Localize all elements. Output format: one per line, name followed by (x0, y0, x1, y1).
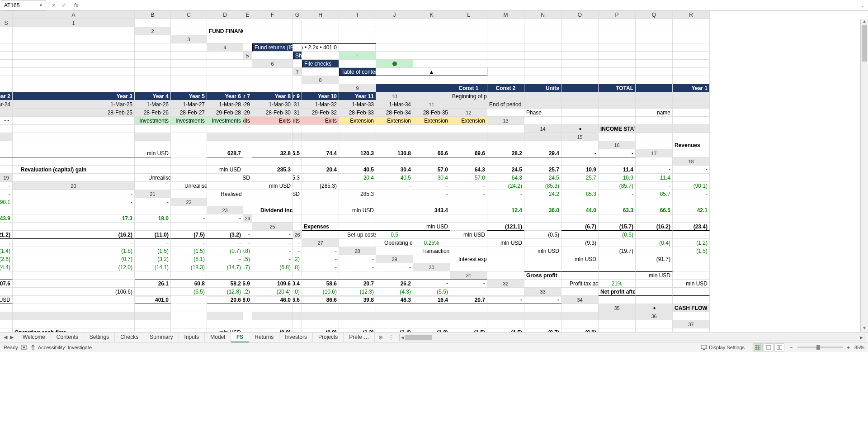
col-head-S[interactable]: S (0, 19, 13, 27)
col-head-M[interactable]: M (487, 11, 524, 19)
scroll-right-icon[interactable]: ▶ (859, 334, 864, 341)
cancel-icon[interactable]: ✕ (52, 2, 56, 9)
row-head-4[interactable]: 4 (207, 43, 243, 52)
row-head-5[interactable]: 5 (243, 52, 252, 60)
row-head-18[interactable]: 18 (673, 157, 710, 166)
sheet-tab-summary[interactable]: Summary (144, 332, 179, 342)
view-normal-icon[interactable] (753, 343, 763, 352)
row-head-32[interactable]: 32 (487, 280, 524, 288)
row-head-25[interactable]: 25 (252, 223, 293, 231)
col-head-N[interactable]: N (524, 11, 561, 19)
row-head-14[interactable]: 14 (524, 125, 561, 133)
name-box-dropdown-icon[interactable]: ▼ (39, 3, 43, 8)
col-head-F[interactable]: F (252, 11, 293, 19)
horizontal-scroll-thumb[interactable] (405, 335, 432, 340)
row-head-19[interactable]: 19 (0, 174, 13, 182)
row-head-36[interactable]: 36 (636, 312, 673, 320)
sheet-tab-prefe-[interactable]: Prefe … (344, 332, 375, 342)
row-head-26[interactable]: 26 (293, 231, 302, 239)
name-box[interactable]: AT165 ▼ (1, 0, 46, 10)
col-head-K[interactable]: K (413, 11, 450, 19)
view-page-break-icon[interactable] (774, 343, 784, 352)
select-all-corner[interactable] (0, 11, 13, 19)
row-head-7[interactable]: 7 (293, 68, 302, 76)
row-head-34[interactable]: 34 (561, 296, 599, 304)
scroll-up-icon[interactable]: ▲ (861, 19, 868, 25)
fx-icon[interactable]: fx (71, 2, 81, 9)
col-head-H[interactable]: H (302, 11, 339, 19)
vertical-scrollbar[interactable]: ▲ ▼ (860, 19, 868, 332)
macro-record-icon[interactable] (21, 344, 27, 351)
net-y10: - (487, 296, 524, 304)
col-head-J[interactable]: J (376, 11, 413, 19)
sheet-tab-returns[interactable]: Returns (249, 332, 279, 342)
row-head-31[interactable]: 31 (450, 271, 487, 280)
confirm-icon[interactable]: ✓ (61, 2, 66, 9)
zoom-value[interactable]: 85% (854, 345, 864, 350)
col-head-L[interactable]: L (450, 11, 487, 19)
row-head-22[interactable]: 22 (171, 198, 207, 206)
row-head-20[interactable]: 20 (13, 182, 135, 190)
sheet-tab-model[interactable]: Model (205, 332, 231, 342)
row-head-12[interactable]: 12 (450, 109, 487, 117)
accessibility-icon[interactable] (30, 344, 36, 351)
display-settings-icon[interactable] (701, 344, 707, 351)
zoom-out-icon[interactable]: − (788, 345, 794, 350)
view-page-layout-icon[interactable] (764, 343, 774, 352)
col-head-P[interactable]: P (599, 11, 636, 19)
col-head-R[interactable]: R (673, 11, 710, 19)
sheet-tab-inputs[interactable]: Inputs (179, 332, 205, 342)
row-head-9[interactable]: 9 (339, 84, 376, 92)
col-head-Q[interactable]: Q (636, 11, 673, 19)
row-head-3[interactable]: 3 (171, 35, 207, 43)
row-head-30[interactable]: 30 (413, 263, 450, 271)
row-head-11[interactable]: 11 (413, 100, 450, 109)
display-settings-text[interactable]: Display Settings (709, 345, 745, 350)
row-head-13[interactable]: 13 (487, 117, 524, 125)
formula-bar-expand-icon[interactable]: ⌄ (857, 3, 868, 8)
row-head-17[interactable]: 17 (636, 149, 673, 157)
col-head-I[interactable]: I (339, 11, 376, 19)
row-head-21[interactable]: 21 (135, 190, 171, 198)
add-sheet-icon[interactable]: ⊕ (375, 334, 387, 341)
col-head-O[interactable]: O (561, 11, 599, 19)
row-head-24[interactable]: 24 (243, 214, 252, 223)
row-head-37[interactable]: 37 (673, 320, 710, 328)
zoom-in-icon[interactable]: + (845, 345, 852, 350)
tab-nav-next-icon[interactable]: ▶ (10, 334, 14, 340)
row-head-23[interactable]: 23 (207, 206, 243, 214)
col-head-E[interactable]: E (243, 11, 252, 19)
row-head-35[interactable]: 35 (599, 304, 636, 312)
sheet-tab-welcome[interactable]: Welcome (17, 332, 51, 342)
col-head-A[interactable]: A (13, 11, 135, 19)
row-head-6[interactable]: 6 (252, 60, 293, 68)
row-head-8[interactable]: 8 (302, 76, 339, 84)
vertical-scroll-thumb[interactable] (862, 25, 867, 62)
zoom-slider-knob[interactable] (816, 345, 820, 350)
row-head-27[interactable]: 27 (302, 239, 339, 247)
sheet-tab-settings[interactable]: Settings (84, 332, 115, 342)
horizontal-scrollbar[interactable]: ◀ ▶ (399, 334, 864, 341)
row-head-33[interactable]: 33 (524, 288, 561, 296)
scroll-left-icon[interactable]: ◀ (400, 334, 405, 341)
row-head-15[interactable]: 15 (561, 133, 599, 141)
sheet-tab-projects[interactable]: Projects (313, 332, 344, 342)
row-head-2[interactable]: 2 (135, 27, 171, 35)
col-head-B[interactable]: B (135, 11, 171, 19)
sheet-tab-fs[interactable]: FS (231, 332, 249, 342)
row-head-28[interactable]: 28 (339, 247, 376, 255)
tab-nav-prev-icon[interactable]: ◀ (4, 334, 7, 340)
col-head-D[interactable]: D (207, 11, 243, 19)
row-head-10[interactable]: 10 (376, 92, 413, 100)
col-head-C[interactable]: C (171, 11, 207, 19)
sheet-tab-investors[interactable]: Investors (279, 332, 313, 342)
zoom-slider[interactable] (797, 347, 843, 348)
scroll-down-icon[interactable]: ▼ (861, 326, 868, 332)
row-head-29[interactable]: 29 (376, 255, 413, 263)
sheet-tab-checks[interactable]: Checks (115, 332, 144, 342)
row-head-1[interactable]: 1 (13, 19, 135, 27)
sheet-tab-contents[interactable]: Contents (51, 332, 84, 342)
row-head-16[interactable]: 16 (599, 141, 636, 149)
accessibility-text[interactable]: Accessibility: Investigate (38, 345, 92, 350)
col-head-G[interactable]: G (293, 11, 302, 19)
